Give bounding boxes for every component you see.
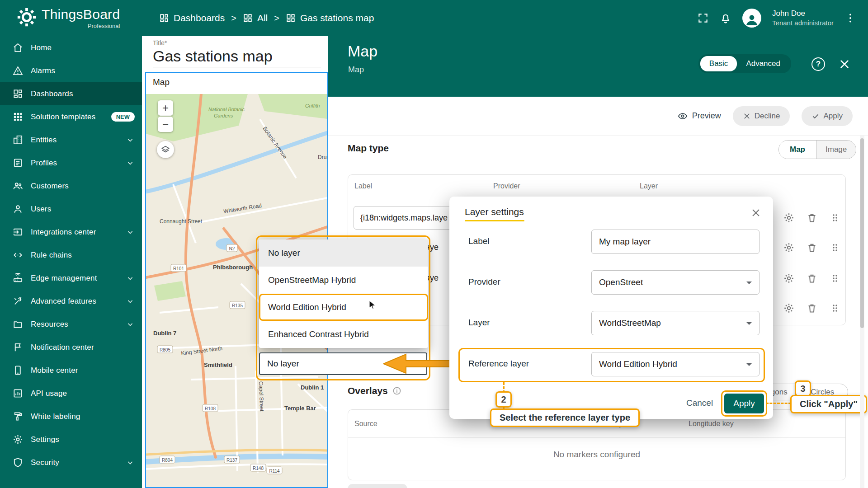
profiles-icon (13, 158, 23, 168)
svg-text:R135: R135 (232, 303, 243, 308)
preview-button[interactable]: Preview (678, 111, 721, 121)
reference-layer-select[interactable]: No layer (259, 352, 427, 375)
sidebar-item-settings[interactable]: Settings (0, 428, 142, 451)
settings-gear-icon (13, 434, 23, 445)
row-delete-trash-icon[interactable] (807, 303, 817, 314)
breadcrumb-dashboards[interactable]: Dashboards (159, 13, 225, 23)
reference-layer-select-field[interactable]: World Edition Hybrid (591, 352, 760, 376)
row-drag-handle-icon[interactable] (830, 273, 840, 284)
row-delete-trash-icon[interactable] (807, 212, 817, 223)
road-badge: R148 (250, 464, 266, 471)
row-settings-gear-icon[interactable] (783, 303, 794, 314)
column-header-layer: Layer (640, 182, 658, 190)
sidebar-item-advanced-features[interactable]: Advanced features (0, 290, 142, 313)
zoom-out-button[interactable]: − (158, 117, 173, 132)
layers-icon (160, 145, 170, 155)
dropdown-option-world-edition-hybrid[interactable]: World Edition Hybrid (259, 294, 428, 321)
layer-select[interactable]: WorldStreetMap (591, 311, 760, 335)
row-drag-handle-icon[interactable] (830, 303, 840, 314)
breadcrumb-current[interactable]: Gas stations map (286, 13, 374, 23)
avatar[interactable] (742, 9, 761, 28)
sidebar-item-entities[interactable]: Entities (0, 128, 142, 151)
help-button[interactable]: ? (811, 57, 825, 71)
row-settings-gear-icon[interactable] (783, 273, 794, 284)
close-icon[interactable] (838, 58, 851, 70)
basic-mode-tab[interactable]: Basic (700, 56, 737, 71)
sidebar-item-customers[interactable]: Customers (0, 174, 142, 197)
column-header-longitude-key: Longitude key (689, 420, 734, 428)
dashboards-icon (13, 89, 23, 99)
sidebar-item-alarms[interactable]: Alarms (0, 59, 142, 82)
advanced-features-icon (13, 296, 23, 306)
row-settings-gear-icon[interactable] (783, 212, 794, 223)
fullscreen-icon[interactable] (697, 12, 709, 24)
row-settings-gear-icon[interactable] (783, 242, 794, 253)
row-drag-handle-icon[interactable] (830, 212, 840, 223)
sidebar-item-label: Notification center (31, 343, 94, 352)
sidebar-item-profiles[interactable]: Profiles (0, 151, 142, 174)
sidebar-item-integrations-center[interactable]: Integrations center (0, 221, 142, 244)
sidebar-item-white-labeling[interactable]: White labeling (0, 405, 142, 428)
row-drag-handle-icon[interactable] (830, 242, 840, 253)
dropdown-option-enhanced-contrast-hybrid[interactable]: Enhanced Contrast Hybrid (259, 321, 428, 348)
dropdown-option-osm-hybrid[interactable]: OpenStreetMap Hybrid (259, 267, 428, 294)
user-role: Tenant administrator (772, 19, 834, 28)
sidebar: Home Alarms Dashboards Solution template… (0, 36, 142, 488)
sidebar-item-security[interactable]: Security (0, 451, 142, 474)
preview-label: Preview (692, 111, 721, 121)
dashboard-title-label: Title* (153, 39, 167, 47)
table-divider (348, 437, 845, 438)
svg-text:R804: R804 (162, 458, 173, 463)
more-vert-icon[interactable] (844, 12, 856, 24)
dropdown-option-no-layer[interactable]: No layer (259, 239, 428, 267)
notifications-bell-icon[interactable] (720, 12, 731, 24)
breadcrumb-all[interactable]: All (243, 13, 268, 23)
decline-button[interactable]: Decline (733, 106, 790, 126)
layer-label-input[interactable] (599, 237, 752, 247)
chevron-down-icon (126, 228, 135, 237)
image-toggle-option[interactable]: Image (816, 141, 856, 159)
sidebar-item-label: Mobile center (31, 366, 78, 375)
sidebar-item-api-usage[interactable]: API usage (0, 382, 142, 405)
sidebar-item-label: Integrations center (31, 228, 96, 237)
info-icon[interactable] (392, 386, 401, 395)
dialog-close-icon[interactable] (750, 207, 761, 218)
close-icon (743, 112, 751, 120)
sidebar-item-resources[interactable]: Resources (0, 313, 142, 336)
sidebar-item-rule-chains[interactable]: Rule chains (0, 244, 142, 267)
entities-icon (13, 135, 23, 145)
scrollbar-thumb[interactable] (860, 138, 864, 328)
sidebar-item-edge-management[interactable]: Edge management (0, 267, 142, 290)
overlays-heading-label: Overlays (348, 385, 388, 396)
no-markers-text: No markers configured (348, 450, 845, 460)
security-icon (13, 457, 23, 468)
map-layers-button[interactable] (157, 141, 174, 158)
cancel-button[interactable]: Cancel (686, 398, 713, 408)
svg-text:R805: R805 (160, 347, 170, 352)
advanced-mode-tab[interactable]: Advanced (737, 56, 789, 71)
app-logo[interactable]: ThingsBoard Professional (16, 7, 120, 29)
dashboard-title-input[interactable] (153, 47, 321, 65)
integrations-icon (13, 227, 23, 237)
map-label: Phibsborough (213, 264, 253, 271)
road-badge: R804 (160, 456, 175, 463)
apply-button[interactable]: Apply (724, 394, 764, 413)
sidebar-item-dashboards[interactable]: Dashboards (0, 82, 142, 105)
zoom-in-button[interactable]: + (158, 100, 173, 116)
apply-toolbar-button[interactable]: Apply (802, 106, 853, 126)
sidebar-item-notification-center[interactable]: Notification center (0, 336, 142, 359)
sidebar-item-mobile-center[interactable]: Mobile center (0, 359, 142, 382)
sidebar-item-solution-templates[interactable]: Solution templatesNEW (0, 105, 142, 128)
sidebar-item-home[interactable]: Home (0, 36, 142, 59)
alarm-icon (13, 66, 23, 76)
add-marker-button-partial[interactable] (348, 484, 407, 488)
svg-text:N2: N2 (229, 246, 235, 251)
sidebar-item-users[interactable]: Users (0, 197, 142, 221)
row-delete-trash-icon[interactable] (807, 273, 817, 284)
road-badge: R114 (267, 467, 282, 474)
sidebar-item-label: Resources (31, 320, 68, 329)
map-toggle-option[interactable]: Map (779, 141, 816, 159)
provider-select[interactable]: OpenStreet (591, 270, 760, 295)
notification-center-icon (13, 342, 23, 352)
row-delete-trash-icon[interactable] (807, 242, 817, 253)
